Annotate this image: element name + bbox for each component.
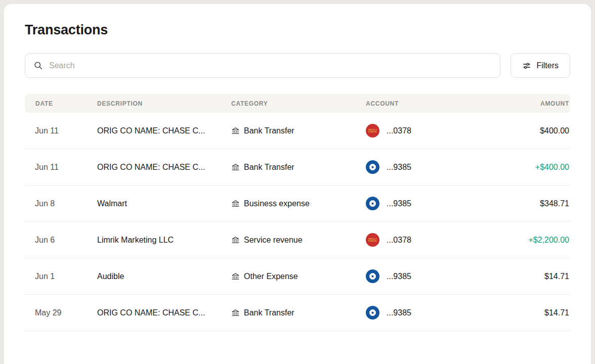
transaction-date: Jun 6 <box>25 236 87 245</box>
transaction-date: Jun 11 <box>25 163 87 172</box>
transaction-date: Jun 8 <box>25 199 87 208</box>
bank-building-icon <box>231 236 240 244</box>
transaction-amount: $14.71 <box>484 272 570 281</box>
transaction-account: WELLSFARGO ...9385 <box>355 197 484 210</box>
filters-icon <box>522 61 531 70</box>
transaction-category: Bank Transfer <box>221 308 355 317</box>
filters-button[interactable]: Filters <box>511 53 570 78</box>
transaction-date: Jun 11 <box>25 126 87 135</box>
header-amount: AMOUNT <box>484 100 570 107</box>
chase-logo <box>366 160 379 174</box>
wells-fargo-logo: WELLSFARGO <box>366 233 379 247</box>
transaction-description: ORIG CO NAME: CHASE C... <box>87 163 221 172</box>
transaction-account: WELLSFARGO ...9385 <box>355 160 484 174</box>
page-title: Transactions <box>25 22 570 38</box>
transaction-amount: +$400.00 <box>484 163 570 172</box>
header-description: DESCRIPTION <box>87 100 221 107</box>
transaction-category: Service revenue <box>221 236 355 245</box>
transactions-table: DATE DESCRIPTION CATEGORY ACCOUNT AMOUNT… <box>25 94 570 331</box>
table-row[interactable]: Jun 11 ORIG CO NAME: CHASE C... Bank Tra… <box>25 113 570 149</box>
transaction-category: Business expense <box>221 199 355 208</box>
transaction-description: Walmart <box>87 199 221 208</box>
chase-logo <box>366 269 379 283</box>
transaction-description: ORIG CO NAME: CHASE C... <box>87 126 221 135</box>
table-row[interactable]: Jun 8 Walmart Business expense WELLSFARG… <box>25 186 570 222</box>
transaction-account: WELLSFARGO ...9385 <box>355 306 484 320</box>
transaction-date: May 29 <box>25 308 87 317</box>
account-number: ...9385 <box>387 163 411 172</box>
bank-building-icon <box>231 126 240 135</box>
table-row[interactable]: Jun 11 ORIG CO NAME: CHASE C... Bank Tra… <box>25 149 570 186</box>
transaction-amount: +$2,200.00 <box>484 236 570 245</box>
account-number: ...0378 <box>387 236 411 245</box>
account-number: ...0378 <box>387 126 411 135</box>
table-body: Jun 11 ORIG CO NAME: CHASE C... Bank Tra… <box>25 113 570 331</box>
account-number: ...9385 <box>387 308 411 317</box>
transaction-account: WELLSFARGO ...0378 <box>355 233 484 247</box>
transaction-description: Audible <box>87 272 221 281</box>
transaction-category: Bank Transfer <box>221 126 355 135</box>
transaction-description: ORIG CO NAME: CHASE C... <box>87 308 221 317</box>
header-account: ACCOUNT <box>355 100 484 107</box>
wells-fargo-logo: WELLSFARGO <box>366 124 379 138</box>
header-date: DATE <box>25 100 87 107</box>
chase-logo <box>366 197 379 210</box>
category-label: Bank Transfer <box>244 163 294 172</box>
transaction-category: Bank Transfer <box>221 163 355 172</box>
transaction-description: Limrik Marketing LLC <box>87 236 221 245</box>
bank-building-icon <box>231 308 240 317</box>
bank-building-icon <box>231 163 240 171</box>
transactions-card: Transactions Filters DATE DESCRIPTION CA… <box>4 4 591 364</box>
account-number: ...9385 <box>387 272 411 281</box>
search-box[interactable] <box>25 53 500 78</box>
table-row[interactable]: May 29 ORIG CO NAME: CHASE C... Bank Tra… <box>25 295 570 331</box>
transaction-date: Jun 1 <box>25 272 87 281</box>
category-label: Business expense <box>244 199 310 208</box>
bank-building-icon <box>231 199 240 208</box>
transaction-account: WELLSFARGO ...9385 <box>355 269 484 283</box>
toolbar: Filters <box>25 53 570 78</box>
transaction-amount: $348.71 <box>484 199 570 208</box>
account-number: ...9385 <box>387 199 411 208</box>
category-label: Service revenue <box>244 236 303 245</box>
header-category: CATEGORY <box>221 100 355 107</box>
search-input[interactable] <box>49 61 492 70</box>
bank-building-icon <box>231 272 240 281</box>
transaction-account: WELLSFARGO ...0378 <box>355 124 484 138</box>
category-label: Other Expense <box>244 272 298 281</box>
filters-label: Filters <box>536 61 559 70</box>
transaction-amount: $14.71 <box>484 308 570 317</box>
table-header-row: DATE DESCRIPTION CATEGORY ACCOUNT AMOUNT <box>25 94 570 113</box>
table-row[interactable]: Jun 6 Limrik Marketing LLC Service reven… <box>25 222 570 258</box>
transaction-category: Other Expense <box>221 272 355 281</box>
chase-logo <box>366 306 379 320</box>
category-label: Bank Transfer <box>244 126 294 135</box>
search-icon <box>33 61 43 70</box>
table-row[interactable]: Jun 1 Audible Other Expense WELLSFARGO <box>25 258 570 295</box>
category-label: Bank Transfer <box>244 308 294 317</box>
transaction-amount: $400.00 <box>484 126 570 135</box>
